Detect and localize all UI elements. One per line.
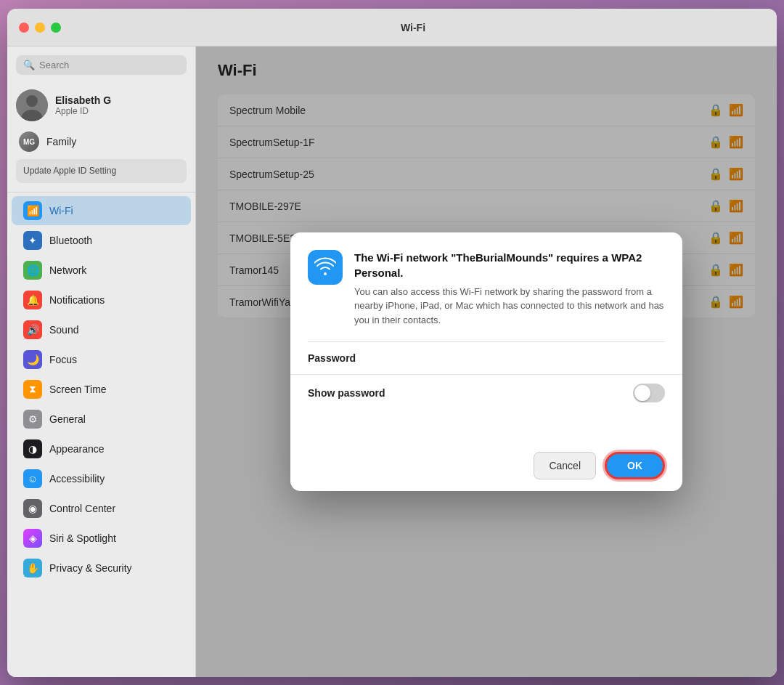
sidebar-icon-screentime: ⧗	[23, 380, 42, 399]
sidebar-label-wifi: Wi-Fi	[49, 205, 73, 216]
dialog-spacer	[290, 411, 682, 440]
sidebar-icon-control: ◉	[23, 499, 42, 518]
dialog: The Wi-Fi network "TheBurialMounds" requ…	[290, 232, 682, 492]
sidebar-icon-notifications: 🔔	[23, 291, 42, 309]
family-section[interactable]: MG Family	[7, 127, 195, 156]
sidebar-item-notifications[interactable]: 🔔 Notifications	[12, 285, 191, 315]
dialog-subtitle: You can also access this Wi-Fi network b…	[354, 285, 665, 328]
sidebar-icon-appearance: ◑	[23, 439, 42, 458]
dialog-password-field: Password	[290, 342, 682, 375]
sidebar-label-network: Network	[49, 264, 86, 276]
svg-point-1	[26, 95, 38, 107]
dialog-header: The Wi-Fi network "TheBurialMounds" requ…	[290, 232, 682, 328]
sidebar-item-sound[interactable]: 🔊 Sound	[12, 315, 191, 344]
update-notice[interactable]: Update Apple ID Setting	[16, 159, 187, 183]
password-input[interactable]	[402, 352, 665, 364]
dialog-overlay: The Wi-Fi network "TheBurialMounds" requ…	[196, 46, 777, 677]
sidebar-item-focus[interactable]: 🌙 Focus	[12, 345, 191, 374]
sidebar-label-bluetooth: Bluetooth	[49, 235, 92, 246]
close-button[interactable]	[19, 23, 29, 33]
avatar	[16, 89, 48, 121]
cancel-button[interactable]: Cancel	[534, 452, 596, 479]
sidebar-label-notifications: Notifications	[49, 294, 105, 306]
sidebar-icon-privacy: ✋	[23, 559, 42, 577]
sidebar-label-sound: Sound	[49, 324, 78, 336]
sidebar-item-appearance[interactable]: ◑ Appearance	[12, 434, 191, 463]
sidebar-label-privacy: Privacy & Security	[49, 562, 132, 574]
sidebar-icon-network: 🌐	[23, 261, 42, 280]
title-bar: Wi-Fi	[7, 9, 777, 46]
family-label: Family	[46, 136, 76, 147]
traffic-lights	[19, 23, 61, 33]
window-title: Wi-Fi	[61, 22, 765, 33]
dialog-buttons: Cancel OK	[290, 440, 682, 491]
sidebar-item-control[interactable]: ◉ Control Center	[12, 494, 191, 523]
sidebar-label-accessibility: Accessibility	[49, 473, 105, 485]
sidebar-items-container: 📶 Wi-Fi ✦ Bluetooth 🌐 Network 🔔 Notifica…	[7, 195, 195, 583]
family-avatar: MG	[19, 131, 39, 152]
minimize-button[interactable]	[35, 23, 45, 33]
sidebar: 🔍 Elisabeth G Apple ID	[7, 46, 196, 677]
main-layout: 🔍 Elisabeth G Apple ID	[7, 46, 777, 677]
password-label: Password	[308, 352, 402, 364]
toggle-knob	[634, 385, 650, 401]
sidebar-icon-sound: 🔊	[23, 320, 42, 339]
maximize-button[interactable]	[51, 23, 61, 33]
sidebar-icon-accessibility: ☺	[23, 469, 42, 488]
sidebar-icon-focus: 🌙	[23, 350, 42, 369]
show-password-toggle[interactable]	[633, 384, 665, 402]
sidebar-item-accessibility[interactable]: ☺ Accessibility	[12, 464, 191, 493]
dialog-text-block: The Wi-Fi network "TheBurialMounds" requ…	[354, 250, 665, 328]
user-info: Elisabeth G Apple ID	[55, 94, 111, 116]
sidebar-item-wifi[interactable]: 📶 Wi-Fi	[12, 196, 191, 225]
sidebar-divider	[7, 192, 195, 192]
dialog-title: The Wi-Fi network "TheBurialMounds" requ…	[354, 250, 665, 280]
sidebar-icon-wifi: 📶	[23, 201, 42, 220]
sidebar-icon-general: ⚙	[23, 410, 42, 429]
user-name: Elisabeth G	[55, 94, 111, 106]
search-bar[interactable]: 🔍	[16, 55, 187, 75]
show-password-row: Show password	[290, 375, 682, 411]
sidebar-item-privacy[interactable]: ✋ Privacy & Security	[12, 554, 191, 583]
sidebar-label-appearance: Appearance	[49, 443, 105, 455]
sidebar-item-siri[interactable]: ◈ Siri & Spotlight	[12, 524, 191, 553]
sidebar-item-bluetooth[interactable]: ✦ Bluetooth	[12, 226, 191, 255]
user-sublabel: Apple ID	[55, 106, 111, 116]
show-password-label: Show password	[308, 387, 385, 399]
search-input[interactable]	[39, 60, 179, 70]
search-icon: 🔍	[23, 60, 35, 70]
sidebar-label-general: General	[49, 413, 86, 425]
sidebar-icon-siri: ◈	[23, 529, 42, 548]
sidebar-label-screentime: Screen Time	[49, 384, 107, 395]
sidebar-item-screentime[interactable]: ⧗ Screen Time	[12, 375, 191, 404]
ok-button[interactable]: OK	[605, 452, 665, 479]
content-area: Wi-Fi Spectrum Mobile 🔒 📶 SpectrumSetup-…	[196, 46, 777, 677]
sidebar-icon-bluetooth: ✦	[23, 231, 42, 250]
user-section[interactable]: Elisabeth G Apple ID	[7, 84, 195, 127]
dialog-wifi-icon	[308, 250, 343, 285]
sidebar-label-siri: Siri & Spotlight	[49, 532, 116, 544]
sidebar-item-general[interactable]: ⚙ General	[12, 405, 191, 434]
sidebar-item-network[interactable]: 🌐 Network	[12, 256, 191, 285]
sidebar-label-focus: Focus	[49, 354, 77, 365]
main-window: Wi-Fi 🔍 Elisabeth G A	[7, 9, 777, 677]
sidebar-label-control: Control Center	[49, 503, 115, 514]
